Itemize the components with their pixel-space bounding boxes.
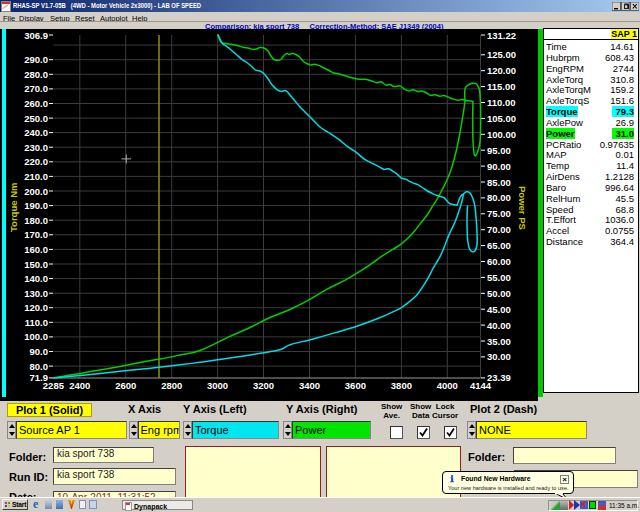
svg-text:100.0: 100.0 xyxy=(24,331,48,342)
svg-text:306.9: 306.9 xyxy=(24,30,48,41)
svg-text:35.00: 35.00 xyxy=(487,336,511,347)
svg-text:2600: 2600 xyxy=(115,380,136,391)
svg-text:60.00: 60.00 xyxy=(487,256,511,267)
svg-text:240.0: 240.0 xyxy=(24,127,48,138)
svg-text:170.0: 170.0 xyxy=(24,229,48,240)
svg-text:80.00: 80.00 xyxy=(487,192,511,203)
svg-text:Torque Nm: Torque Nm xyxy=(8,183,19,232)
svg-text:30.00: 30.00 xyxy=(487,351,511,362)
svg-text:131.22: 131.22 xyxy=(487,30,516,41)
svg-text:105.00: 105.00 xyxy=(487,113,516,124)
svg-text:3000: 3000 xyxy=(207,380,228,391)
svg-text:250.0: 250.0 xyxy=(24,113,48,124)
svg-text:180.0: 180.0 xyxy=(24,215,48,226)
svg-text:130.0: 130.0 xyxy=(24,288,48,299)
svg-text:140.0: 140.0 xyxy=(24,273,48,284)
svg-text:75.00: 75.00 xyxy=(487,208,511,219)
svg-text:2285: 2285 xyxy=(43,380,65,391)
svg-text:125.00: 125.00 xyxy=(487,49,516,60)
svg-text:90.00: 90.00 xyxy=(487,161,511,172)
svg-text:40.00: 40.00 xyxy=(487,320,511,331)
svg-text:55.00: 55.00 xyxy=(487,272,511,283)
svg-text:230.0: 230.0 xyxy=(24,142,48,153)
svg-text:95.00: 95.00 xyxy=(487,145,511,156)
svg-text:115.00: 115.00 xyxy=(487,81,516,92)
svg-text:3600: 3600 xyxy=(345,380,366,391)
svg-text:2800: 2800 xyxy=(161,380,182,391)
svg-text:50.00: 50.00 xyxy=(487,288,511,299)
svg-text:3400: 3400 xyxy=(299,380,320,391)
svg-text:4000: 4000 xyxy=(437,380,458,391)
svg-text:190.0: 190.0 xyxy=(24,200,48,211)
svg-text:4144: 4144 xyxy=(470,380,492,391)
svg-text:290.0: 290.0 xyxy=(24,54,48,65)
svg-text:2400: 2400 xyxy=(69,380,90,391)
svg-text:270.0: 270.0 xyxy=(24,83,48,94)
svg-text:70.00: 70.00 xyxy=(487,224,511,235)
svg-text:Power PS: Power PS xyxy=(517,186,528,230)
svg-text:85.00: 85.00 xyxy=(487,177,511,188)
svg-text:260.0: 260.0 xyxy=(24,98,48,109)
svg-text:3200: 3200 xyxy=(253,380,274,391)
svg-text:150.0: 150.0 xyxy=(24,259,48,270)
svg-text:80.0: 80.0 xyxy=(30,361,49,372)
svg-text:45.00: 45.00 xyxy=(487,304,511,315)
svg-text:90.0: 90.0 xyxy=(30,346,49,357)
svg-text:160.0: 160.0 xyxy=(24,244,48,255)
svg-text:110.0: 110.0 xyxy=(25,317,48,328)
svg-text:200.0: 200.0 xyxy=(24,186,48,197)
svg-text:65.00: 65.00 xyxy=(487,240,511,251)
svg-text:120.00: 120.00 xyxy=(487,65,516,76)
svg-text:100.00: 100.00 xyxy=(487,129,516,140)
svg-text:220.0: 220.0 xyxy=(24,156,48,167)
svg-text:210.0: 210.0 xyxy=(24,171,48,182)
svg-text:120.0: 120.0 xyxy=(24,302,48,313)
svg-text:3800: 3800 xyxy=(391,380,412,391)
svg-text:280.0: 280.0 xyxy=(24,69,48,80)
svg-text:110.00: 110.00 xyxy=(487,97,516,108)
